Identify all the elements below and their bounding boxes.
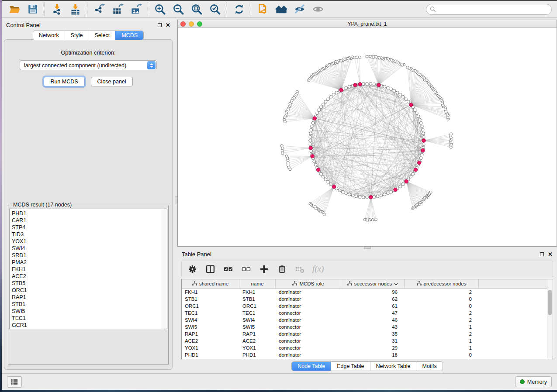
- table-row[interactable]: SWI4SWI4dominator462: [182, 316, 553, 323]
- ring-node[interactable]: [355, 195, 358, 198]
- table-cell[interactable]: RAP1: [182, 330, 239, 337]
- table-options-gear-icon[interactable]: [187, 264, 197, 274]
- table-cell[interactable]: 96: [341, 289, 405, 296]
- ring-node[interactable]: [345, 86, 348, 89]
- table-cell[interactable]: connector: [276, 337, 341, 344]
- ring-node[interactable]: [335, 91, 338, 94]
- run-mcds-button[interactable]: Run MCDS: [44, 77, 84, 86]
- tab-style[interactable]: Style: [65, 31, 89, 40]
- mcds-dominator-node[interactable]: [422, 139, 426, 142]
- table-cell[interactable]: ORC1: [239, 303, 276, 309]
- table-cell[interactable]: SWI4: [182, 316, 239, 323]
- table-cell[interactable]: SWI5: [239, 323, 276, 330]
- table-cell[interactable]: dominator: [276, 296, 341, 303]
- table-cell[interactable]: 61: [341, 303, 405, 309]
- ring-node[interactable]: [383, 193, 386, 196]
- ring-node[interactable]: [309, 143, 312, 146]
- network-overview-icon[interactable]: [275, 3, 287, 15]
- mcds-dominator-node[interactable]: [377, 83, 381, 87]
- table-cell[interactable]: STB1: [239, 296, 276, 303]
- table-cell[interactable]: RAP1: [239, 330, 276, 337]
- export-image-icon[interactable]: [130, 3, 142, 15]
- table-row[interactable]: PHD1PHD1dominator180: [182, 351, 553, 358]
- criterion-select[interactable]: largest connected component (undirected): [20, 60, 157, 70]
- mcds-result-item[interactable]: PHD1: [12, 210, 167, 217]
- open-session-icon[interactable]: [8, 3, 21, 15]
- add-row-icon[interactable]: [259, 264, 269, 274]
- table-cell[interactable]: connector: [276, 323, 341, 330]
- ring-node[interactable]: [393, 89, 396, 93]
- table-cell[interactable]: 18: [341, 351, 405, 358]
- table-cell[interactable]: 1: [405, 344, 479, 351]
- mcds-dominator-node[interactable]: [405, 179, 408, 183]
- table-cell[interactable]: 1: [405, 323, 479, 330]
- mcds-result-item[interactable]: TID3: [12, 231, 167, 238]
- ring-node[interactable]: [386, 86, 389, 89]
- ring-node[interactable]: [383, 85, 386, 88]
- close-panel-icon[interactable]: ✕: [166, 23, 170, 27]
- table-cell[interactable]: ORC1: [182, 303, 239, 309]
- table-cell[interactable]: dominator: [276, 330, 341, 337]
- close-panel-icon[interactable]: ✕: [548, 252, 553, 256]
- leaf-node[interactable]: [308, 79, 310, 82]
- leaf-node[interactable]: [281, 152, 284, 155]
- mcds-dominator-node[interactable]: [417, 161, 421, 165]
- ring-node[interactable]: [319, 106, 322, 109]
- ring-node[interactable]: [358, 196, 361, 199]
- network-graph[interactable]: [178, 28, 557, 246]
- leaf-node[interactable]: [353, 56, 356, 59]
- tab-network[interactable]: Network: [33, 31, 65, 40]
- leaf-node[interactable]: [429, 191, 432, 193]
- table-cell[interactable]: dominator: [276, 351, 341, 358]
- ring-node[interactable]: [313, 160, 316, 163]
- ring-node[interactable]: [422, 132, 425, 135]
- ring-node[interactable]: [415, 112, 419, 115]
- mcds-result-item[interactable]: CAR1: [12, 217, 167, 224]
- table-cell[interactable]: TEC1: [239, 309, 276, 316]
- ring-node[interactable]: [311, 121, 315, 124]
- ring-node[interactable]: [390, 190, 393, 193]
- ring-node[interactable]: [309, 135, 312, 138]
- table-cell[interactable]: 35: [341, 330, 405, 337]
- table-cell[interactable]: 2: [405, 289, 479, 296]
- table-cell[interactable]: STB1: [182, 296, 239, 303]
- mcds-result-item[interactable]: RAP1: [12, 294, 167, 301]
- table-cell[interactable]: 29: [341, 344, 405, 351]
- mcds-dominator-node[interactable]: [313, 117, 316, 120]
- ring-node[interactable]: [401, 95, 405, 98]
- tab-network-table[interactable]: Network Table: [370, 362, 416, 371]
- show-graphics-details-icon[interactable]: [312, 3, 324, 15]
- splitter-grip[interactable]: [364, 247, 371, 249]
- mcds-dominator-node[interactable]: [353, 83, 357, 87]
- search-box[interactable]: [426, 4, 552, 15]
- table-cell[interactable]: 2: [405, 309, 479, 316]
- table-cell[interactable]: connector: [276, 344, 341, 351]
- import-network-icon[interactable]: [51, 3, 63, 15]
- import-table-icon[interactable]: [69, 3, 81, 15]
- leaf-node[interactable]: [284, 120, 286, 123]
- search-input[interactable]: [436, 6, 548, 12]
- ring-node[interactable]: [362, 83, 365, 86]
- column-header-predecessor-nodes[interactable]: predecessor nodes: [405, 279, 479, 288]
- ring-node[interactable]: [399, 185, 402, 188]
- ring-node[interactable]: [348, 85, 351, 88]
- mcds-result-item[interactable]: FKH1: [12, 266, 167, 273]
- ring-node[interactable]: [412, 172, 415, 175]
- ring-node[interactable]: [366, 83, 369, 86]
- ring-node[interactable]: [421, 128, 424, 131]
- ring-node[interactable]: [373, 196, 376, 199]
- splitter-grip[interactable]: [175, 196, 177, 203]
- ring-node[interactable]: [324, 178, 327, 181]
- mcds-result-item[interactable]: ORC1: [12, 287, 167, 294]
- leaf-node[interactable]: [366, 55, 368, 58]
- ring-node[interactable]: [309, 132, 312, 135]
- table-cell[interactable]: ACE2: [239, 337, 276, 344]
- mcds-result-item[interactable]: YOX1: [12, 238, 167, 245]
- ring-node[interactable]: [418, 118, 421, 121]
- ring-node[interactable]: [413, 109, 416, 112]
- ring-node[interactable]: [417, 115, 420, 118]
- mcds-result-list[interactable]: PHD1CAR1STP4TID3YOX1SWI4SRD1PMA2FKH1ACE2…: [9, 209, 167, 329]
- mcds-dominator-node[interactable]: [369, 195, 373, 199]
- ring-node[interactable]: [338, 189, 341, 192]
- ring-node[interactable]: [376, 195, 379, 198]
